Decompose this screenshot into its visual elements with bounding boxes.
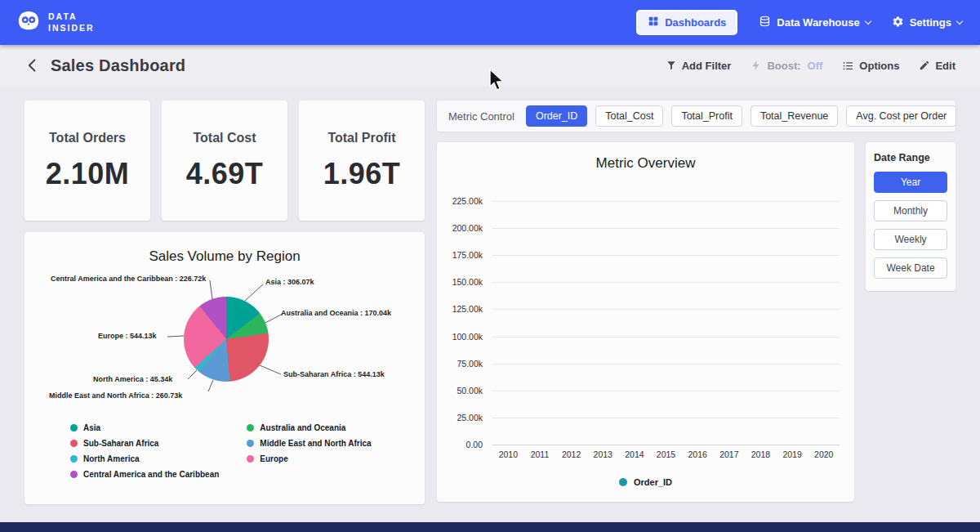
date-range-button-year[interactable]: Year bbox=[874, 172, 947, 193]
pie-label-central-america: Central America and the Caribbean : 226.… bbox=[51, 275, 206, 283]
pie-legend-item-central-america-and-the-caribbean[interactable]: Central America and the Caribbean bbox=[70, 470, 219, 479]
y-tick-label: 125.00k bbox=[452, 304, 483, 314]
pie-chart-title: Sales Volume by Region bbox=[36, 248, 413, 265]
list-icon bbox=[842, 60, 854, 72]
pie-label-north-america: North America : 45.34k bbox=[93, 375, 172, 383]
x-tick-label: 2010 bbox=[492, 449, 524, 459]
pie-legend-item-australia-and-oceania[interactable]: Australia and Oceania bbox=[247, 423, 371, 432]
database-icon bbox=[759, 16, 771, 30]
dashboards-button[interactable]: Dashboards bbox=[636, 10, 737, 35]
kpi-title: Total Orders bbox=[49, 131, 126, 145]
metric-button-avg-cost-per-order[interactable]: Avg. Cost per Order bbox=[846, 105, 956, 127]
edit-label: Edit bbox=[935, 60, 956, 72]
pie-label-australia-oceania: Australia and Oceania : 170.04k bbox=[281, 309, 391, 317]
brand-line2: INSIDER bbox=[48, 23, 95, 34]
y-tick-label: 200.00k bbox=[452, 223, 483, 233]
sales-volume-card: Sales Volume by Region bbox=[24, 232, 425, 504]
metric-button-total-cost[interactable]: Total_Cost bbox=[595, 105, 663, 127]
nav-right: Dashboards Data Warehouse bbox=[636, 10, 962, 35]
kpi-value: 2.10M bbox=[46, 157, 130, 191]
bar-legend[interactable]: Order_ID bbox=[445, 477, 846, 487]
page-header-left: Sales Dashboard bbox=[24, 56, 185, 75]
x-tick-label: 2018 bbox=[745, 449, 777, 459]
legend-dot bbox=[247, 424, 254, 431]
options-button[interactable]: Options bbox=[842, 60, 899, 72]
chevron-down-icon bbox=[864, 17, 871, 24]
legend-label: Australia and Oceania bbox=[260, 423, 345, 432]
date-range-buttons: YearMonthlyWeeklyWeek Date bbox=[874, 172, 947, 279]
legend-label: North America bbox=[83, 454, 140, 463]
kpi-value: 4.69T bbox=[186, 157, 264, 191]
metric-button-total-profit[interactable]: Total_Profit bbox=[671, 105, 742, 127]
page-title: Sales Dashboard bbox=[51, 56, 185, 75]
date-range-title: Date Range bbox=[874, 152, 947, 163]
dashboards-grid-icon bbox=[648, 16, 659, 29]
date-range-button-week-date[interactable]: Week Date bbox=[874, 257, 947, 279]
kpi-title: Total Profit bbox=[327, 131, 395, 145]
bar-chart-title: Metric Overview bbox=[445, 155, 846, 172]
main-content: Total Orders 2.10M Total Cost 4.69T Tota… bbox=[0, 86, 980, 522]
legend-label: Central America and the Caribbean bbox=[83, 470, 219, 479]
add-filter-label: Add Filter bbox=[682, 60, 732, 72]
brand[interactable]: DATA INSIDER bbox=[16, 9, 95, 37]
pie-legend-item-asia[interactable]: Asia bbox=[70, 423, 219, 432]
y-tick-label: 100.00k bbox=[452, 332, 483, 342]
bar-plot bbox=[492, 201, 840, 445]
metric-button-order-id[interactable]: Order_ID bbox=[526, 105, 587, 127]
metric-buttons: Order_IDTotal_CostTotal_ProfitTotal_Reve… bbox=[526, 105, 956, 127]
pie-label-europe: Europe : 544.13k bbox=[98, 332, 157, 340]
boost-bolt-icon bbox=[751, 60, 762, 71]
date-range-button-monthly[interactable]: Monthly bbox=[874, 200, 947, 221]
kpi-card-total-profit: Total Profit 1.96T bbox=[299, 101, 425, 221]
pie-label-middle-east: Middle East and North Africa : 260.73k bbox=[49, 391, 182, 400]
edit-button[interactable]: Edit bbox=[919, 60, 956, 72]
left-column: Total Orders 2.10M Total Cost 4.69T Tota… bbox=[24, 101, 425, 522]
pie-legend-item-middle-east-and-north-africa[interactable]: Middle East and North Africa bbox=[247, 439, 371, 448]
kpi-card-total-cost: Total Cost 4.69T bbox=[162, 101, 287, 221]
legend-label: Europe bbox=[260, 454, 287, 463]
y-tick-label: 0.00 bbox=[466, 440, 483, 449]
legend-dot bbox=[70, 424, 78, 431]
date-range-button-weekly[interactable]: Weekly bbox=[874, 229, 947, 250]
settings-menu[interactable]: Settings bbox=[892, 16, 962, 30]
settings-label: Settings bbox=[910, 16, 951, 29]
owl-logo-icon bbox=[16, 9, 41, 37]
x-axis: 2010201120122013201420152016201720182019… bbox=[492, 449, 840, 459]
date-range-card: Date Range YearMonthlyWeeklyWeek Date bbox=[866, 142, 956, 291]
data-warehouse-menu[interactable]: Data Warehouse bbox=[759, 16, 870, 30]
boost-toggle[interactable]: Boost: Off bbox=[751, 60, 822, 72]
x-tick-label: 2016 bbox=[682, 449, 714, 459]
funnel-icon bbox=[666, 60, 677, 71]
back-button[interactable] bbox=[24, 57, 41, 74]
add-filter-button[interactable]: Add Filter bbox=[666, 60, 732, 72]
dashboards-label: Dashboards bbox=[665, 16, 726, 29]
pie-label-sub-saharan: Sub-Saharan Africa : 544.13k bbox=[283, 370, 385, 378]
y-tick-label: 75.00k bbox=[457, 359, 483, 369]
metric-overview-card: Metric Overview 225.00k200.00k175.00k150… bbox=[437, 142, 854, 502]
x-tick-label: 2014 bbox=[619, 449, 651, 459]
legend-label: Sub-Saharan Africa bbox=[83, 439, 158, 448]
legend-dot bbox=[247, 455, 254, 463]
pie-legend-item-europe[interactable]: Europe bbox=[247, 454, 371, 463]
kpi-card-total-orders: Total Orders 2.10M bbox=[24, 101, 150, 221]
right-row: Metric Overview 225.00k200.00k175.00k150… bbox=[437, 142, 956, 502]
chevron-down-icon bbox=[956, 17, 963, 24]
boost-label: Boost: bbox=[767, 60, 800, 72]
pie-legend-item-sub-saharan-africa[interactable]: Sub-Saharan Africa bbox=[70, 439, 219, 448]
x-tick-label: 2012 bbox=[555, 449, 587, 459]
legend-label: Asia bbox=[83, 423, 100, 432]
bar-series bbox=[492, 201, 840, 445]
pie-chart[interactable] bbox=[184, 297, 269, 382]
boost-state: Off bbox=[808, 60, 823, 72]
y-tick-label: 25.00k bbox=[457, 413, 483, 422]
pie-legend-item-north-america[interactable]: North America bbox=[70, 454, 219, 463]
y-tick-label: 150.00k bbox=[452, 277, 483, 287]
legend-dot bbox=[70, 471, 78, 478]
kpi-row: Total Orders 2.10M Total Cost 4.69T Tota… bbox=[24, 101, 425, 221]
brand-line1: DATA bbox=[48, 11, 95, 23]
bar-chart: 225.00k200.00k175.00k150.00k125.00k100.0… bbox=[445, 201, 846, 445]
page-header-actions: Add Filter Boost: Off Options Edit bbox=[666, 60, 956, 72]
legend-dot bbox=[247, 440, 254, 447]
bar-legend-label: Order_ID bbox=[634, 477, 672, 487]
metric-button-total-revenue[interactable]: Total_Revenue bbox=[751, 105, 838, 127]
